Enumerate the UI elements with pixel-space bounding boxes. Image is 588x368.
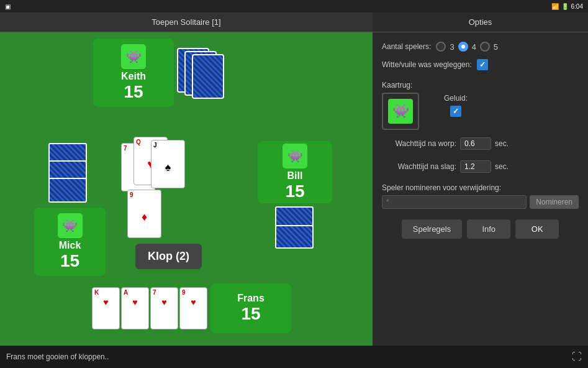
mick-avatar: 👾 [58, 213, 83, 238]
wachttijd-slag-label: Wachttijd na slag: [382, 162, 456, 171]
frans-player-area: K ♥ A ♥ 7 ♥ 9 ♥ Frans 15 [92, 283, 291, 333]
nominate-section: Speler nomineren voor verwijdering: Nomi… [382, 183, 579, 209]
keith-card: 👾 Keith 15 [93, 39, 174, 107]
keith-hand-cards [177, 48, 233, 98]
time-display: 6:04 [571, 3, 583, 10]
wachttijd-slag-row: Wachttijd na slag: sec. [382, 160, 579, 173]
keith-player-area: 👾 Keith 15 [93, 39, 233, 107]
title-bar: Toepen Solitaire [1] Opties [0, 12, 588, 32]
geluid-checkbox[interactable]: ✓ [450, 106, 461, 117]
status-bar: ▣ 📶 🔋 6:04 [0, 0, 588, 12]
wachttijd-worp-unit: sec. [495, 139, 509, 148]
radio-4[interactable] [458, 42, 468, 52]
frans-card-k: K ♥ [92, 287, 120, 329]
keith-score: 15 [124, 82, 143, 102]
nominate-button[interactable]: Nomineren [530, 195, 579, 209]
wachttijd-worp-row: Wachttijd na worp: sec. [382, 137, 579, 150]
frans-score: 15 [241, 304, 260, 324]
mick-card: 👾 Mick 15 [34, 208, 106, 276]
bill-player-area: 👾 Bill 15 [258, 141, 332, 256]
keith-avatar: 👾 [121, 44, 146, 69]
witte-vuile-label: Witte/vuile was wegleggen: [382, 60, 472, 69]
aantal-spelers-row: Aantal spelers: 3 4 5 [382, 42, 579, 52]
frans-card-a: A ♥ [121, 287, 149, 329]
radio-4-label: 4 [472, 42, 476, 52]
nominate-label: Speler nomineren voor verwijdering: [382, 183, 579, 192]
fullscreen-icon[interactable]: ⛶ [572, 351, 582, 362]
wachttijd-worp-input[interactable] [460, 137, 491, 150]
mick-score: 15 [60, 251, 79, 271]
bill-hand-cards [275, 206, 315, 256]
mick-card-3 [48, 178, 87, 203]
frans-card-9: 9 ♥ [179, 287, 207, 329]
played-card-js: J ♠ [151, 140, 185, 188]
kaartrug-preview[interactable]: 👾 [382, 93, 419, 130]
bottom-buttons: Spelregels Info OK [382, 219, 579, 239]
main-layout: 👾 Keith 15 👾 Mick 15 [0, 32, 588, 346]
bill-name: Bill [287, 170, 303, 182]
status-left-icon: ▣ [5, 3, 11, 10]
options-panel: Aantal spelers: 3 4 5 Witte/vuile was we… [373, 32, 588, 346]
radio-3[interactable] [436, 42, 446, 52]
bill-avatar: 👾 [283, 144, 307, 168]
bill-score: 15 [285, 182, 304, 201]
bill-card-2 [275, 225, 314, 249]
keith-card-3 [192, 54, 224, 99]
status-message: Frans moet gooien of kloppen.. [6, 352, 109, 361]
kaartrug-area: Kaartrug: 👾 [382, 81, 419, 130]
witte-vuile-row: Witte/vuile was wegleggen: ✓ [382, 59, 579, 70]
frans-hand-cards: K ♥ A ♥ 7 ♥ 9 ♥ [92, 287, 207, 329]
kaartrug-label: Kaartrug: [382, 81, 419, 90]
frans-name: Frans [237, 293, 265, 304]
wachttijd-slag-unit: sec. [495, 162, 509, 171]
geluid-label: Geluid: [444, 94, 468, 103]
nominate-row: Nomineren [382, 195, 579, 209]
radio-5[interactable] [480, 42, 490, 52]
klop-button[interactable]: Klop (2) [135, 244, 202, 269]
radio-5-label: 5 [494, 42, 498, 52]
signal-icon: 📶 [551, 3, 559, 10]
mick-player-area: 👾 Mick 15 [34, 143, 106, 276]
wachttijd-worp-label: Wachttijd na worp: [382, 139, 456, 148]
battery-icon: 🔋 [561, 3, 569, 10]
played-card-9d: 9 ♦ [127, 190, 161, 238]
frans-card: Frans 15 [210, 283, 291, 333]
mick-hand-cards [48, 143, 92, 205]
geluid-area: Geluid: ✓ [444, 94, 468, 117]
status-bottom-bar: Frans moet gooien of kloppen.. ⛶ [0, 346, 588, 368]
radio-group-spelers[interactable]: 3 4 5 [436, 42, 498, 52]
frans-card-7: 7 ♥ [150, 287, 178, 329]
nominate-input[interactable] [382, 195, 527, 209]
game-title: Toepen Solitaire [1] [0, 12, 373, 32]
keith-name: Keith [121, 71, 146, 82]
bill-card: 👾 Bill 15 [258, 141, 332, 203]
wachttijd-slag-input[interactable] [460, 160, 491, 173]
witte-vuile-checkbox[interactable]: ✓ [477, 59, 488, 70]
options-title: Opties [373, 12, 588, 32]
spelregels-button[interactable]: Spelregels [402, 219, 462, 239]
game-area: 👾 Keith 15 👾 Mick 15 [0, 32, 373, 346]
aantal-spelers-label: Aantal spelers: [382, 42, 431, 51]
ok-button[interactable]: OK [515, 219, 559, 239]
radio-3-label: 3 [450, 42, 454, 52]
status-icons: 📶 🔋 6:04 [551, 3, 583, 10]
kaartrug-monster: 👾 [388, 99, 413, 124]
info-button[interactable]: Info [467, 219, 510, 239]
mick-name: Mick [59, 240, 81, 251]
kaartrug-geluid-section: Kaartrug: 👾 Geluid: ✓ [382, 81, 579, 130]
